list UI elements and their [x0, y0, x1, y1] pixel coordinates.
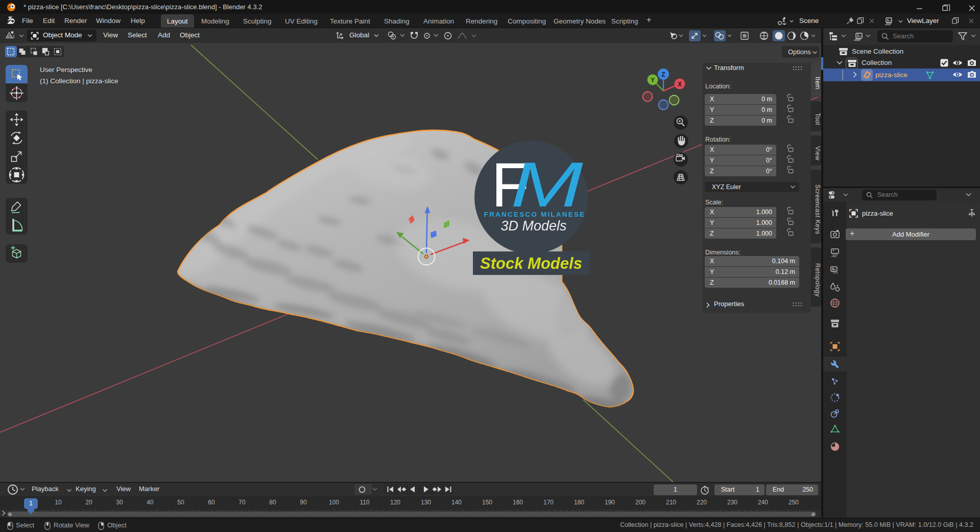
svg-text:Stock Models: Stock Models	[480, 255, 582, 272]
svg-text:Z: Z	[661, 71, 665, 78]
svg-text:X: X	[678, 81, 682, 88]
svg-text:Y: Y	[651, 77, 655, 84]
svg-text:FRANCESCO MILANESE: FRANCESCO MILANESE	[484, 211, 586, 218]
svg-text:M: M	[511, 149, 583, 220]
svg-text:3D Models: 3D Models	[500, 218, 566, 234]
